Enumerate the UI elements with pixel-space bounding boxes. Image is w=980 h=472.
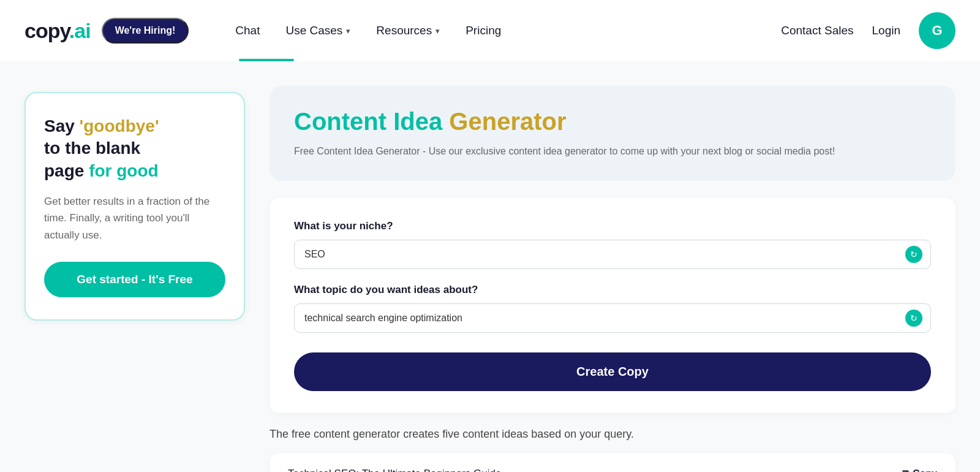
nav-label-chat: Chat [235, 24, 260, 37]
tool-description: Free Content Idea Generator - Use our ex… [294, 144, 931, 159]
nav-item-resources[interactable]: Resources ▾ [366, 19, 450, 42]
topic-input[interactable] [294, 303, 931, 333]
logo-dot: .ai [69, 19, 91, 42]
free-text: The free content generator creates five … [270, 428, 956, 453]
copy-button[interactable]: ⧉ Copy [902, 468, 937, 472]
chevron-down-icon: ▾ [346, 26, 350, 36]
nav-item-usecases[interactable]: Use Cases ▾ [276, 19, 360, 42]
chevron-down-icon: ▾ [435, 26, 440, 36]
avatar[interactable]: G [919, 12, 956, 49]
niche-refresh-icon[interactable]: ↻ [905, 246, 922, 263]
nav-item-chat[interactable]: Chat [225, 19, 270, 42]
headline-goodbye: 'goodbye' [80, 116, 159, 135]
topic-refresh-icon[interactable]: ↻ [905, 310, 922, 327]
hero-subtext: Get better results in a fraction of the … [44, 193, 225, 243]
hero-card: Say 'goodbye' to the blank page for good… [24, 92, 245, 321]
result-card: Technical SEO: The Ultimate Beginners Gu… [270, 453, 956, 472]
nav-label-resources: Resources [376, 24, 432, 37]
hiring-button[interactable]: We're Hiring! [102, 18, 189, 44]
tool-title-content: Content [294, 108, 393, 135]
copy-icon: ⧉ [902, 468, 909, 472]
login-link[interactable]: Login [872, 24, 901, 37]
hero-headline: Say 'goodbye' to the blank page for good [44, 115, 225, 182]
headline-for-good: for good [89, 161, 159, 180]
left-panel: Say 'goodbye' to the blank page for good… [24, 80, 245, 472]
topic-input-wrapper: ↻ [294, 303, 931, 333]
nav-label-pricing: Pricing [466, 24, 501, 37]
nav: Chat Use Cases ▾ Resources ▾ Pricing [225, 19, 781, 42]
tool-header-card: Content Idea Generator Free Content Idea… [270, 86, 956, 181]
tool-form: What is your niche? ↻ What topic do you … [270, 198, 956, 413]
nav-underline [239, 59, 294, 61]
nav-label-usecases: Use Cases [285, 24, 342, 37]
nav-right: Contact Sales Login G [781, 12, 956, 49]
niche-label: What is your niche? [294, 220, 931, 232]
nav-item-pricing[interactable]: Pricing [456, 19, 511, 42]
copy-label: Copy [913, 468, 937, 472]
niche-input-wrapper: ↻ [294, 240, 931, 269]
contact-sales-link[interactable]: Contact Sales [781, 24, 853, 37]
tool-title-idea: Idea [393, 108, 449, 135]
logo-area: copy.ai We're Hiring! [24, 18, 189, 44]
niche-input[interactable] [294, 240, 931, 269]
main-content: Say 'goodbye' to the blank page for good… [0, 61, 980, 472]
get-started-button[interactable]: Get started - It's Free [44, 262, 225, 297]
logo-main: copy [24, 19, 69, 42]
header: copy.ai We're Hiring! Chat Use Cases ▾ R… [0, 0, 980, 61]
logo: copy.ai [24, 19, 91, 43]
tool-title-generator: Generator [449, 108, 566, 135]
tool-title: Content Idea Generator [294, 108, 931, 135]
topic-label: What topic do you want ideas about? [294, 284, 931, 296]
right-panel: Content Idea Generator Free Content Idea… [270, 80, 956, 472]
result-title: Technical SEO: The Ultimate Beginners Gu… [288, 468, 501, 472]
create-copy-button[interactable]: Create Copy [294, 352, 931, 391]
